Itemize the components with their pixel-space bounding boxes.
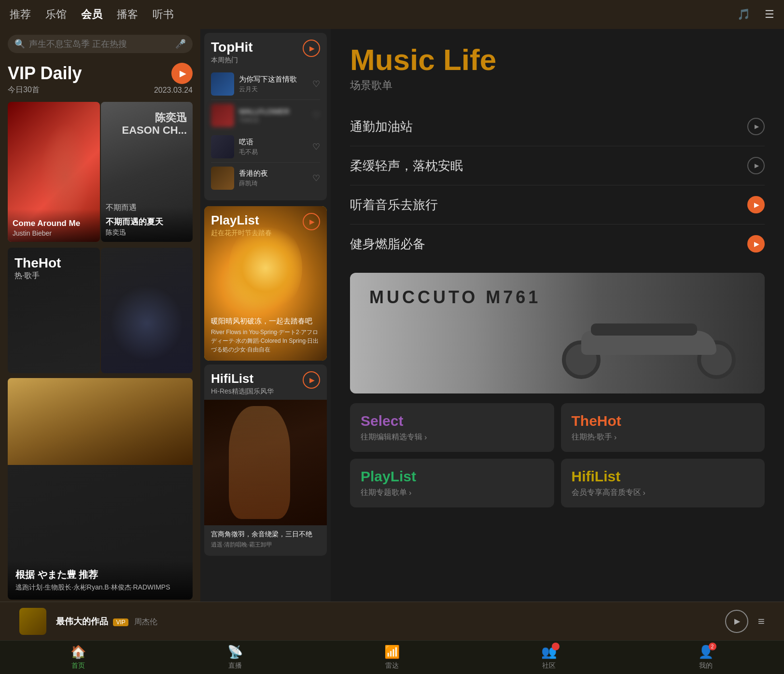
tab-community[interactable]: 👥 社区 (530, 645, 568, 670)
nav-music-hall[interactable]: 乐馆 (45, 7, 67, 22)
thehot-sub: 热·歌手 (14, 271, 61, 281)
song-title-1: 为你写下这首情歌 (239, 75, 308, 84)
tab-live-label: 直播 (228, 661, 242, 670)
heart-icon-2[interactable]: ♡ (312, 110, 320, 121)
nav-recommend[interactable]: 推荐 (10, 7, 31, 22)
bottom-album-grid: TheHot 热·歌手 (8, 248, 193, 373)
search-bar[interactable]: 🔍 🎤 (8, 35, 193, 53)
song-item-1[interactable]: 为你写下这首情歌 云月天 ♡ (211, 69, 320, 100)
rec-section[interactable]: 根据 やまた豊 推荐 逃跑计划·生物股长·永彬Ryan.B·林俊杰·RADWIM… (8, 378, 193, 600)
playlist-section[interactable]: PlayList 赶在花开时节去踏春 暖阳晴风初破冻，一起去踏春吧 River … (204, 206, 327, 361)
cat-thehot-title: TheHot (572, 413, 755, 429)
scene-item-4[interactable]: 健身燃脂必备 (350, 225, 765, 263)
scene-item-1[interactable]: 通勤加油站 (350, 107, 765, 146)
song-item-3[interactable]: 呓语 毛不易 ♡ (211, 131, 320, 163)
hifi-play-button[interactable] (303, 371, 320, 389)
song-title-4: 香港的夜 (239, 169, 308, 178)
cat-hifi-title: HifiList (572, 468, 755, 485)
scene-name-4: 健身燃脂必备 (350, 236, 425, 253)
menu-icon[interactable]: ☰ (765, 8, 774, 21)
album-card-come-around-me[interactable]: Come Around Me Justin Bieber (8, 102, 100, 242)
playlist-sub: 赶在花开时节去踏春 (211, 229, 272, 238)
tab-radar[interactable]: 📶 雷达 (373, 645, 411, 670)
song-thumb-4 (211, 167, 234, 190)
album-overlay-text: 陈奕迅EASON CH... (122, 112, 187, 137)
settings-icon[interactable]: 🎵 (737, 8, 750, 21)
scene-name-3: 听着音乐去旅行 (350, 197, 438, 213)
cat-card-select[interactable]: Select 往期编辑精选专辑 › (350, 403, 554, 452)
song-artist-4: 薛凯琦 (239, 179, 308, 188)
song-artist-2: TWICE (239, 116, 308, 124)
cat-card-hifi[interactable]: HifiList 会员专享高音质专区 › (561, 459, 765, 507)
search-input[interactable] (29, 39, 171, 49)
song-item-4[interactable]: 香港的夜 薛凯琦 ♡ (211, 163, 320, 194)
scene-arrow-3[interactable] (747, 196, 765, 213)
nav-podcast[interactable]: 播客 (117, 7, 138, 22)
cat-card-thehot[interactable]: TheHot 往期热·歌手 › (561, 403, 765, 452)
profile-icon-wrapper: 👤 2 (698, 645, 714, 660)
tab-community-label: 社区 (542, 661, 556, 670)
playlist-play-button[interactable] (303, 213, 320, 230)
tophit-sub: 本周热门 (211, 56, 253, 65)
hifi-title: HifiList (211, 371, 274, 386)
tab-live[interactable]: 📡 直播 (216, 645, 254, 670)
voice-icon[interactable]: 🎤 (175, 39, 186, 49)
player-artist: 周杰伦 (134, 618, 157, 626)
banner-text: MUCCUTO M761 (369, 287, 541, 308)
tophit-title: TopHit (211, 40, 253, 55)
song-thumb-1 (211, 72, 234, 96)
scene-arrow-2[interactable] (747, 157, 765, 174)
hifi-section[interactable]: HifiList Hi-Res精选|国乐风华 宫商角徵羽，余音绕梁，三日不绝 逍… (204, 365, 327, 556)
profile-badge: 2 (709, 643, 716, 650)
player-bar: 最伟大的作品 VIP 周杰伦 ≡ (0, 602, 784, 640)
scene-arrow-1[interactable] (747, 118, 765, 135)
album-card-eason[interactable]: 陈奕迅EASON CH... 不期而遇 不期而遇的夏天 陈奕迅 (101, 102, 193, 242)
category-grid: Select 往期编辑精选专辑 › TheHot 往期热·歌手 › PlayLi… (350, 403, 765, 507)
vip-daily-title: VIP Daily (8, 63, 82, 84)
heart-icon-4[interactable]: ♡ (312, 173, 320, 183)
album-artist-1: Justin Bieber (13, 229, 95, 237)
album-artist-2: 陈奕迅 (106, 228, 188, 237)
player-play-button[interactable] (725, 610, 748, 633)
album-grid: Come Around Me Justin Bieber 陈奕迅EASON CH… (8, 102, 193, 242)
cat-playlist-title: PlayList (361, 468, 544, 485)
cat-select-sub: 往期编辑精选专辑 › (361, 432, 544, 442)
song-thumb-3 (211, 135, 234, 158)
album-card-thehot[interactable]: TheHot 热·歌手 (8, 248, 100, 373)
big-banner[interactable]: MUCCUTO M761 (350, 273, 765, 393)
song-item-2[interactable]: WALLFLOWER TWICE ♡ (211, 100, 320, 131)
rec-title: 根据 やまた豊 推荐 (15, 568, 185, 581)
tab-home-label: 首页 (71, 661, 85, 670)
album-card-groups[interactable] (101, 248, 193, 373)
scene-item-2[interactable]: 柔缓轻声，落枕安眠 (350, 146, 765, 185)
cat-card-playlist[interactable]: PlayList 往期专题歌单 › (350, 459, 554, 507)
album-title-2: 不期而遇的夏天 (106, 216, 188, 227)
cat-thehot-sub: 往期热·歌手 › (572, 432, 755, 442)
player-playlist-button[interactable]: ≡ (758, 615, 765, 628)
nav-vip[interactable]: 会员 (81, 7, 102, 22)
play-all-button[interactable] (171, 63, 193, 84)
hifi-tags: 逍遥·清韵唱晚·霸王卸甲 (211, 541, 320, 549)
scene-item-3[interactable]: 听着音乐去旅行 (350, 185, 765, 225)
album-title-1: Come Around Me (13, 219, 95, 228)
top-nav: 推荐 乐馆 会员 播客 听书 🎵 ☰ (0, 0, 784, 29)
live-icon: 📡 (227, 645, 243, 660)
playlist-desc: 暖阳晴风初破冻，一起去踏春吧 (211, 317, 320, 326)
playlist-tags: River Flows in You·Spring·デート2·アフロディーテ·水… (211, 328, 320, 354)
tophit-play-button[interactable] (303, 40, 320, 57)
heart-icon-3[interactable]: ♡ (312, 141, 320, 152)
vip-daily-count: 今日30首 (8, 85, 40, 95)
search-icon: 🔍 (14, 39, 25, 49)
tab-home[interactable]: 🏠 首页 (59, 645, 98, 670)
tab-profile-label: 我的 (699, 661, 713, 670)
home-icon: 🏠 (70, 645, 86, 660)
scene-arrow-4[interactable] (747, 235, 765, 253)
vip-daily-header: VIP Daily 今日30首 2023.03.24 (0, 59, 200, 97)
vip-daily-date: 2023.03.24 (154, 86, 193, 95)
scene-list: 通勤加油站 柔缓轻声，落枕安眠 听着音乐去旅行 健身燃脂必备 (350, 107, 765, 263)
player-controls: ≡ (725, 610, 765, 633)
heart-icon-1[interactable]: ♡ (312, 79, 320, 89)
nav-audiobook[interactable]: 听书 (153, 7, 174, 22)
tab-profile[interactable]: 👤 2 我的 (686, 645, 725, 670)
music-life-sub: 场景歌单 (350, 78, 765, 93)
